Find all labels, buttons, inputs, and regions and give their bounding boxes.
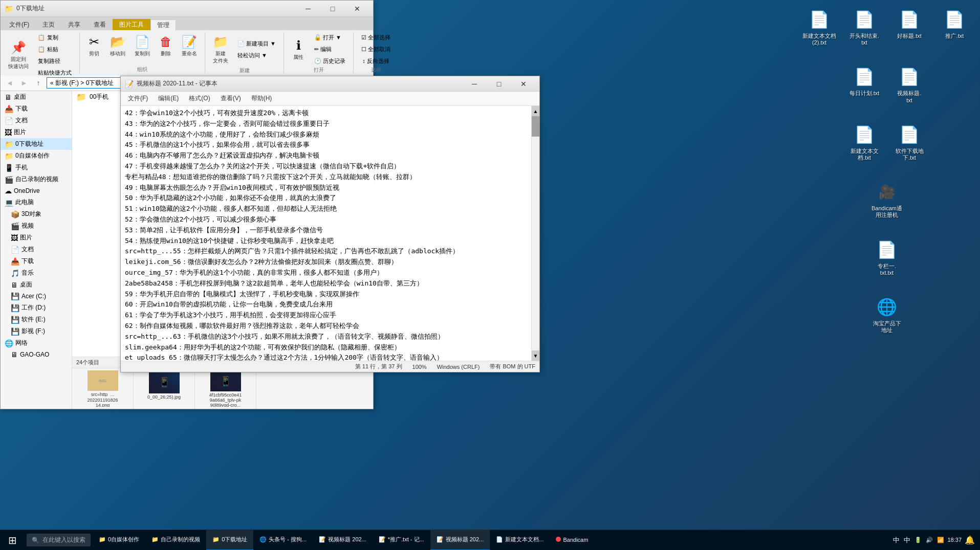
notepad-text-area[interactable]: 42：学会win10这2个小技巧，可有效提升速度20%，远离卡顿 43：华为的这… xyxy=(121,106,531,361)
desktop-icon-new-text-2[interactable]: 📄 新建文本文档(2).txt xyxy=(799,5,840,48)
taskbar-btn-promote[interactable]: 📝 *推广.txt - 记... xyxy=(373,530,430,551)
sidebar-item-desktop[interactable]: 🖥 桌面 xyxy=(1,91,72,103)
taskbar-search[interactable]: 🔍 在此键入以搜索 xyxy=(27,534,91,546)
taskbar-btn-download-address[interactable]: 📁 0下载地址 xyxy=(206,530,253,551)
delete-button[interactable]: 🗑 删除 xyxy=(156,32,176,60)
sidebar-item-documents[interactable]: 📄 文档 xyxy=(1,115,72,126)
sidebar-item-desktop2[interactable]: 🖥 桌面 xyxy=(1,279,72,291)
sidebar-item-drive-e[interactable]: 💾 软件 (E:) xyxy=(1,314,72,325)
taskbar-btn-bandicam[interactable]: Bandicam xyxy=(550,530,594,551)
rename-button[interactable]: 📝 重命名 xyxy=(178,32,201,60)
paste-button[interactable]: 📋 粘贴 xyxy=(34,44,75,55)
close-button[interactable]: ✕ xyxy=(345,1,369,16)
notepad-minimize-button[interactable]: ─ xyxy=(463,76,486,92)
notepad-maximize-button[interactable]: □ xyxy=(487,76,511,92)
notification-button[interactable]: 🔔 xyxy=(965,535,975,545)
notepad-scrollbar[interactable]: ▲ ▼ xyxy=(531,106,539,361)
menu-edit[interactable]: 编辑(E) xyxy=(153,93,184,104)
sidebar-item-drive-d[interactable]: 💾 工作 (D:) xyxy=(1,302,72,314)
up-button[interactable]: ↑ xyxy=(32,77,45,89)
sidebar-item-recorded-videos[interactable]: 🎬 自己录制的视频 xyxy=(1,173,72,185)
desktop-icon-bandicam[interactable]: 🎥 Bandicam通用注册机 xyxy=(866,178,907,221)
cut-button[interactable]: ✂ 剪切 xyxy=(84,32,104,60)
taskbar-btn-new-text[interactable]: 📄 新建文本文档... xyxy=(490,530,550,551)
desktop-icon-video-title[interactable]: 📄 视频标题.txt xyxy=(889,62,930,105)
desktop-icon-taobao[interactable]: 🌐 淘宝产品下地址 xyxy=(866,293,907,336)
back-button[interactable]: ◄ xyxy=(4,77,16,89)
sidebar-item-network[interactable]: 🌐 网络 xyxy=(1,337,72,349)
tab-manage[interactable]: 管理 xyxy=(150,19,176,31)
sidebar-item-music[interactable]: 🎵 音乐 xyxy=(1,267,72,279)
sidebar-item-docs2[interactable]: 📄 文档 xyxy=(1,244,72,255)
volume-icon[interactable]: 🔊 xyxy=(926,537,933,543)
clock[interactable]: 18:37 xyxy=(947,536,962,543)
tab-home[interactable]: 主页 xyxy=(36,19,61,30)
desktop-icon-new-text[interactable]: 📄 新建文本文档.txt xyxy=(844,120,885,163)
invert-button[interactable]: ↕ 反向选择 xyxy=(359,56,393,67)
menu-format[interactable]: 格式(O) xyxy=(184,93,215,104)
move-to-button[interactable]: 📂 移动到 xyxy=(106,32,129,60)
desktop-icon-good-title[interactable]: 📄 好标题.txt xyxy=(889,5,930,48)
minimize-button[interactable]: ─ xyxy=(296,1,320,16)
history-button[interactable]: 🕐 历史记录 xyxy=(311,56,349,67)
tab-file[interactable]: 文件(F) xyxy=(3,19,36,30)
select-all-button[interactable]: ☑ 全部选择 xyxy=(358,32,394,43)
sidebar-item-onedrive[interactable]: ☁ OneDrive xyxy=(1,185,72,196)
new-folder-label: 新建文件夹 xyxy=(213,50,228,64)
preview-item-1[interactable]: IMG src=http_... 20220119182614.png xyxy=(72,368,134,409)
tab-picture-tools[interactable]: 图片工具 xyxy=(113,19,150,30)
taskbar-btn-video-title-1[interactable]: 📝 视频标题 202... xyxy=(313,530,373,551)
desktop-icon-specialty[interactable]: 📄 专栏一.txt.txt xyxy=(866,235,907,278)
desktop-icon-daily-plan[interactable]: 📄 每日计划.txt xyxy=(844,62,885,105)
ime-indicator[interactable]: 中 xyxy=(893,536,900,545)
preview-item-2[interactable]: 📱 0_00_26;25).jpg xyxy=(134,368,195,409)
sidebar-item-download[interactable]: 📥 下载 xyxy=(1,103,72,115)
taskbar-btn-toutiao[interactable]: 🌐 头条号 - 搜狗... xyxy=(253,530,313,551)
menu-help[interactable]: 帮助(H) xyxy=(246,93,277,104)
sidebar-item-drive-f[interactable]: 💾 影视 (F:) xyxy=(1,325,72,337)
start-button[interactable]: ⊞ xyxy=(0,530,25,551)
desktop-icon-open-end[interactable]: 📄 开头和结束.txt xyxy=(844,5,885,48)
taskbar-btn-video-title-2[interactable]: 📝 视频标题 202... xyxy=(430,530,490,551)
task-label: 视频标题 202... xyxy=(446,536,484,543)
menu-file[interactable]: 文件(F) xyxy=(123,93,153,104)
sidebar-item-phone[interactable]: 📱 手机 xyxy=(1,162,72,173)
new-item-button[interactable]: 📄 新建项目 ▼ xyxy=(234,38,279,49)
sidebar-item-this-pc[interactable]: 💻 此电脑 xyxy=(1,196,72,208)
file-icon: 📄 xyxy=(852,122,877,147)
copy-to-button[interactable]: 📄 复制到 xyxy=(131,32,154,60)
sidebar-item-pictures2[interactable]: 🖼 图片 xyxy=(1,232,72,244)
pin-button[interactable]: 📌 固定到快速访问 xyxy=(5,38,32,73)
sidebar-item-self-media[interactable]: 📁 0自媒体创作 xyxy=(1,150,72,162)
sidebar-item-videos[interactable]: 🎬 视频 xyxy=(1,220,72,232)
copy-button[interactable]: 📋 复制 xyxy=(34,32,75,43)
menu-view[interactable]: 查看(V) xyxy=(215,93,246,104)
sidebar-item-pictures[interactable]: 🖼 图片 xyxy=(1,126,72,138)
notepad-title: 视频标题 2020-11.txt - 记事本 xyxy=(137,79,217,88)
copy-path-button[interactable]: 复制路径 xyxy=(34,56,75,67)
taskbar-btn-self-media[interactable]: 📁 0自媒体创作 xyxy=(93,530,145,551)
notepad-close-button[interactable]: ✕ xyxy=(512,76,535,92)
tab-view[interactable]: 查看 xyxy=(87,19,113,30)
sidebar-item-gao-gao[interactable]: 🖥 GAO-GAO xyxy=(1,349,72,360)
forward-button[interactable]: ► xyxy=(18,77,30,89)
easy-access-button[interactable]: 轻松访问 ▼ xyxy=(234,50,279,61)
taskbar-btn-recorded-videos[interactable]: 📁 自己录制的视频 xyxy=(145,530,206,551)
new-folder-button[interactable]: 📁 新建文件夹 xyxy=(209,32,232,67)
sidebar-item-3d[interactable]: 📦 3D对象 xyxy=(1,208,72,220)
desktop-icon-promote[interactable]: 📄 推广.txt xyxy=(934,5,975,48)
properties-button[interactable]: ℹ 属性 xyxy=(288,36,309,63)
lang-indicator[interactable]: 中 xyxy=(904,536,910,545)
desktop-icon-software-dl[interactable]: 📄 软件下载地下.txt xyxy=(889,120,930,163)
icon-label: 新建文本文档(2).txt xyxy=(802,33,836,46)
select-none-button[interactable]: ☐ 全部取消 xyxy=(358,44,394,55)
sidebar-item-downloads2[interactable]: 📥 下载 xyxy=(1,255,72,267)
open-button[interactable]: 🔓 打开 ▼ xyxy=(311,32,349,43)
sidebar-item-download-address[interactable]: 📁 0下载地址 xyxy=(1,138,72,150)
tab-share[interactable]: 共享 xyxy=(61,19,87,30)
network-icon[interactable]: 📶 xyxy=(937,537,944,543)
sidebar-item-drive-c[interactable]: 💾 Acer (C:) xyxy=(1,291,72,302)
preview-item-3[interactable]: 📱 4f1cbf95cc0e419a66a6_tplv-pk90l89vgd-c… xyxy=(195,368,256,409)
maximize-button[interactable]: □ xyxy=(321,1,344,16)
edit-button[interactable]: ✏ 编辑 xyxy=(311,44,349,55)
